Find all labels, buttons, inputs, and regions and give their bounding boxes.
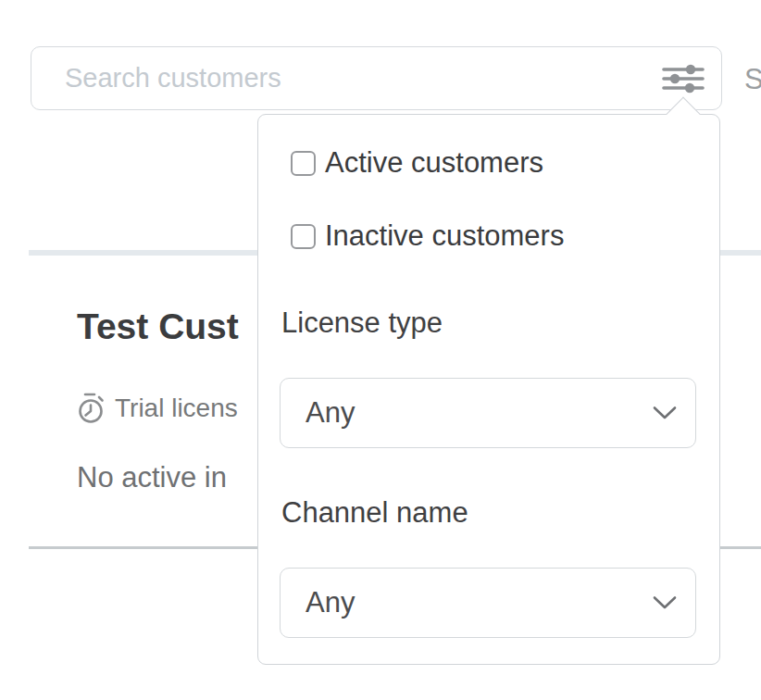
- right-edge-partial-text: S: [744, 63, 761, 96]
- inactive-customers-label: Inactive customers: [325, 219, 564, 253]
- active-customers-checkbox[interactable]: [291, 151, 316, 176]
- customer-name-heading: Test Cust: [77, 306, 239, 347]
- channel-name-value: Any: [306, 586, 355, 619]
- license-type-label: License type: [281, 306, 443, 340]
- filter-popover: Active customers Inactive customers Lice…: [257, 114, 720, 665]
- search-input[interactable]: [31, 47, 660, 109]
- filter-button[interactable]: [660, 58, 706, 99]
- license-type-value: Any: [306, 396, 355, 430]
- stopwatch-icon: [77, 392, 106, 425]
- sliders-icon: [662, 64, 705, 94]
- channel-name-label: Channel name: [281, 496, 468, 530]
- license-type-text: Trial licens: [115, 394, 238, 423]
- inactive-customers-option[interactable]: Inactive customers: [291, 219, 564, 253]
- license-type-select[interactable]: Any: [280, 378, 696, 448]
- license-info-row: Trial licens: [77, 392, 238, 425]
- inactive-customers-checkbox[interactable]: [291, 224, 316, 249]
- customer-status-text: No active in: [77, 461, 227, 494]
- channel-name-select[interactable]: Any: [280, 568, 696, 638]
- chevron-down-icon: [653, 406, 677, 420]
- active-customers-option[interactable]: Active customers: [291, 146, 543, 180]
- active-customers-label: Active customers: [325, 146, 543, 180]
- chevron-down-icon: [653, 595, 677, 610]
- search-customers-box: [31, 46, 722, 110]
